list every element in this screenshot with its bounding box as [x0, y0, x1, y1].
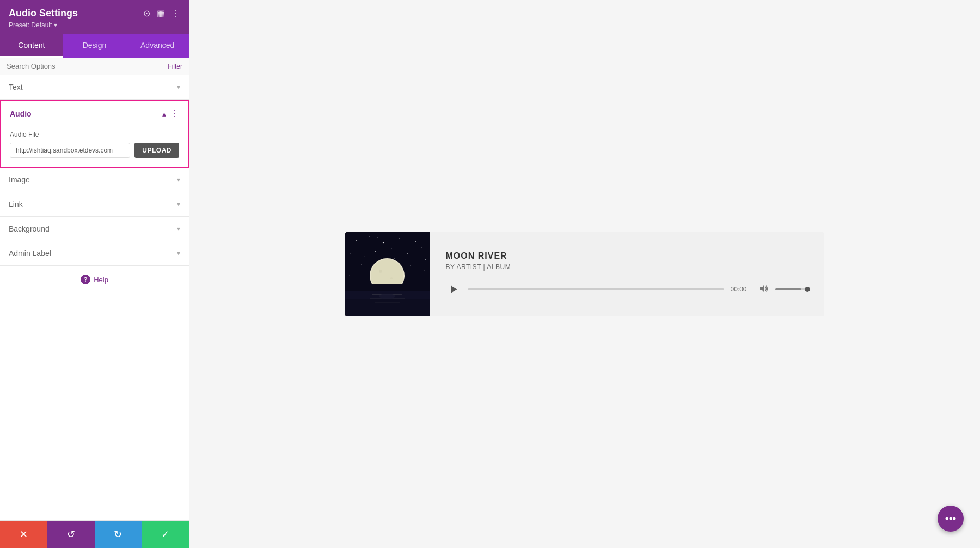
- accordion-admin-label-text: Admin Label: [9, 249, 51, 258]
- panel-header-icons: ⊙ ▦ ⋮: [143, 8, 180, 19]
- song-title: MOON RIVER: [446, 251, 808, 261]
- filter-button[interactable]: + + Filter: [156, 63, 182, 70]
- audio-file-row: UPLOAD: [10, 143, 179, 158]
- svg-point-8: [391, 248, 391, 248]
- chevron-down-icon: ▾: [177, 176, 180, 184]
- main-area: MOON RIVER BY ARTIST | ALBUM 00:00: [189, 0, 980, 548]
- audio-player: MOON RIVER BY ARTIST | ALBUM 00:00: [345, 232, 824, 316]
- play-button[interactable]: [446, 282, 461, 297]
- tab-design[interactable]: Design: [63, 34, 126, 58]
- accordion-image-label: Image: [9, 175, 30, 184]
- svg-point-35: [953, 517, 956, 520]
- svg-point-22: [379, 270, 382, 273]
- filter-icon: +: [156, 63, 160, 70]
- help-icon: ?: [81, 275, 90, 284]
- accordion-text-label: Text: [9, 83, 23, 92]
- svg-point-16: [364, 256, 364, 257]
- fab-button[interactable]: [938, 506, 964, 532]
- svg-point-23: [390, 277, 393, 279]
- audio-more-icon[interactable]: ⋮: [170, 108, 179, 119]
- svg-point-14: [425, 259, 426, 260]
- tab-advanced[interactable]: Advanced: [126, 34, 189, 58]
- accordion-background: Background ▾: [0, 217, 189, 241]
- accordion-image: Image ▾: [0, 168, 189, 192]
- svg-point-1: [356, 240, 357, 241]
- accordion-text-header[interactable]: Text ▾: [0, 75, 189, 99]
- undo-button[interactable]: ↺: [47, 521, 95, 548]
- svg-marker-31: [451, 285, 457, 293]
- cancel-icon: ✕: [20, 528, 28, 540]
- svg-point-9: [407, 253, 408, 254]
- audio-content: Audio File UPLOAD: [1, 126, 188, 167]
- preset-label: Preset: Default: [9, 21, 180, 29]
- audio-header-icons: ▴ ⋮: [162, 108, 179, 119]
- tab-content[interactable]: Content: [0, 34, 63, 58]
- svg-point-7: [375, 251, 376, 252]
- accordion-admin-label-header[interactable]: Admin Label ▾: [0, 241, 189, 265]
- preset-value[interactable]: Preset: Default: [9, 21, 57, 29]
- svg-point-34: [950, 517, 952, 520]
- accordion-image-header[interactable]: Image ▾: [0, 168, 189, 192]
- svg-point-10: [421, 247, 421, 247]
- upload-button[interactable]: UPLOAD: [134, 143, 179, 158]
- layout-icon[interactable]: ▦: [157, 8, 165, 19]
- svg-point-30: [379, 294, 395, 299]
- accordion-link: Link ▾: [0, 192, 189, 217]
- search-bar: + + Filter: [0, 58, 189, 75]
- svg-point-15: [349, 275, 350, 276]
- filter-label: + Filter: [162, 63, 182, 70]
- cancel-button[interactable]: ✕: [0, 521, 47, 548]
- svg-point-4: [399, 238, 400, 239]
- svg-point-17: [377, 237, 378, 238]
- more-icon[interactable]: ⋮: [171, 8, 180, 19]
- panel-tabs: Content Design Advanced: [0, 34, 189, 58]
- svg-point-6: [350, 253, 351, 254]
- player-info: MOON RIVER BY ARTIST | ALBUM 00:00: [430, 240, 824, 308]
- save-icon: ✓: [161, 528, 169, 540]
- audio-section-header[interactable]: Audio ▴ ⋮: [1, 101, 188, 126]
- accordion-background-label: Background: [9, 224, 50, 233]
- left-panel: Audio Settings ⊙ ▦ ⋮ Preset: Default Con…: [0, 0, 189, 548]
- panel-footer: ✕ ↺ ↻ ✓: [0, 520, 189, 548]
- undo-icon: ↺: [67, 528, 75, 540]
- accordion-admin-label: Admin Label ▾: [0, 241, 189, 266]
- audio-file-label: Audio File: [10, 131, 179, 138]
- volume-thumb: [805, 287, 810, 292]
- volume-icon[interactable]: [759, 284, 769, 295]
- audio-section-title: Audio: [10, 109, 32, 118]
- accordion-text: Text ▾: [0, 75, 189, 100]
- panel-header: Audio Settings ⊙ ▦ ⋮ Preset: Default: [0, 0, 189, 34]
- panel-header-top: Audio Settings ⊙ ▦ ⋮: [9, 8, 180, 19]
- save-button[interactable]: ✓: [142, 521, 189, 548]
- redo-button[interactable]: ↻: [95, 521, 142, 548]
- help-label: Help: [94, 276, 108, 284]
- svg-point-13: [410, 265, 411, 266]
- volume-bar[interactable]: [775, 288, 808, 290]
- search-input[interactable]: [7, 62, 156, 70]
- help-section[interactable]: ? Help: [0, 266, 189, 293]
- panel-title: Audio Settings: [9, 8, 78, 19]
- svg-point-33: [946, 517, 948, 520]
- svg-point-5: [415, 241, 416, 242]
- panel-body: Text ▾ Audio ▴ ⋮ Audio File UPLOAD: [0, 75, 189, 520]
- audio-url-input[interactable]: [10, 143, 130, 158]
- svg-point-2: [369, 236, 370, 237]
- chevron-down-icon: ▾: [177, 83, 180, 91]
- chevron-down-icon: ▾: [177, 225, 180, 233]
- song-meta: BY ARTIST | ALBUM: [446, 263, 808, 271]
- svg-point-11: [361, 264, 362, 265]
- audio-chevron-up-icon[interactable]: ▴: [162, 109, 166, 118]
- album-art: [345, 232, 430, 316]
- settings-icon[interactable]: ⊙: [143, 8, 150, 19]
- chevron-down-icon: ▾: [177, 200, 180, 208]
- chevron-down-icon: ▾: [177, 249, 180, 257]
- accordion-link-header[interactable]: Link ▾: [0, 192, 189, 216]
- volume-fill: [775, 288, 801, 290]
- player-controls: 00:00: [446, 282, 808, 297]
- time-display: 00:00: [731, 285, 752, 293]
- svg-point-19: [424, 270, 424, 270]
- svg-point-18: [394, 258, 395, 259]
- accordion-background-header[interactable]: Background ▾: [0, 217, 189, 241]
- progress-bar[interactable]: [468, 288, 724, 290]
- accordion-link-label: Link: [9, 200, 23, 209]
